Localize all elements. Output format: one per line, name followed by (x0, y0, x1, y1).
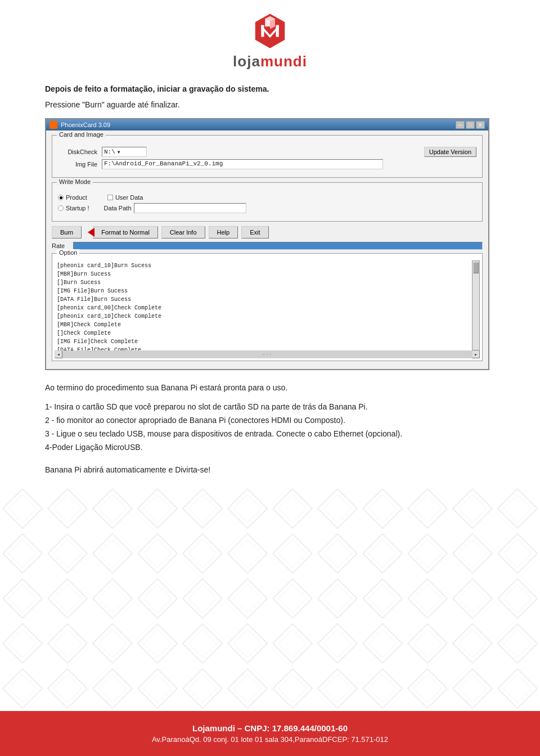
log-scrollbar-thumb[interactable] (473, 262, 479, 273)
logo-container: lojamundi (233, 11, 307, 70)
imgfile-input[interactable]: F:\Android_For_BananaPi_v2_0.img (102, 159, 383, 169)
radio-startup-indicator (58, 205, 64, 211)
dialog-title-text: PhoenixCard 3.09 (61, 122, 110, 128)
footer-line1: Lojamundi – CNPJ: 17.869.444/0001-60 (192, 723, 348, 733)
conclusion-paragraph: Ao termino do procedimento sua Banana Pi… (45, 381, 495, 394)
logo-mundi: mundi (260, 53, 307, 70)
hscroll-track[interactable]: ··· (62, 350, 472, 358)
userdata-label: User Data (115, 194, 143, 201)
radio-product-indicator (58, 195, 64, 200)
rate-row: Rate (52, 242, 483, 250)
radio-startup[interactable]: Startup ! (58, 205, 89, 212)
hscroll-row: ◂ ··· ▸ (55, 350, 480, 358)
data-path-row: Data Path (104, 203, 246, 213)
radio-product-label: Product (66, 194, 87, 201)
disk-arrow-icon: ▼ (118, 150, 120, 155)
logo-text: lojamundi (233, 53, 307, 70)
dialog-controls[interactable]: ─ □ ✕ (456, 121, 485, 129)
option-log[interactable]: [pheonix card_10]Burn Sucess [MBR]Burn S… (55, 260, 480, 350)
imgfile-row: Img File F:\Android_For_BananaPi_v2_0.im… (58, 159, 476, 169)
footer: Lojamundi – CNPJ: 17.869.444/0001-60 Av.… (0, 711, 540, 756)
intro-bold: Depois de feito a formatação, iniciar a … (45, 84, 495, 93)
footer-line2: Av.ParanoáQd. 09 conj. 01 lote 01 sala 3… (152, 735, 388, 744)
diskcheck-label: DiskCheck (58, 148, 97, 155)
logo-icon (250, 11, 290, 51)
disk-select[interactable]: N:\ ▼ (102, 147, 147, 157)
log-scrollbar[interactable] (472, 260, 480, 350)
dialog-titlebar: PhoenixCard 3.09 ─ □ ✕ (46, 119, 488, 130)
card-image-title: Card and Image (57, 131, 106, 138)
dialog-app-icon (50, 121, 57, 129)
diskcheck-row: DiskCheck N:\ ▼ Update Version (58, 147, 476, 157)
format-button[interactable]: Format to Normal (93, 226, 158, 238)
radio-startup-label: Startup ! (66, 205, 89, 212)
radio-product[interactable]: Product (58, 194, 87, 201)
minimize-button[interactable]: ─ (456, 121, 465, 129)
imgfile-label: Img File (58, 161, 97, 168)
background-pattern (0, 486, 540, 711)
option-title: Option (57, 249, 79, 256)
step-4: 4-Poder Ligação MicroUSB. (45, 441, 495, 454)
action-buttons-row: Burn Format to Normal Clear Info Help Ex… (52, 226, 483, 238)
hscroll-right-button[interactable]: ▸ (472, 350, 480, 358)
phoenix-card-dialog: PhoenixCard 3.09 ─ □ ✕ Card and Image Di… (45, 118, 489, 370)
dialog-body: Card and Image DiskCheck N:\ ▼ Update Ve… (46, 130, 488, 369)
exit-button[interactable]: Exit (241, 226, 268, 238)
header: lojamundi (0, 0, 540, 79)
hscroll-left-button[interactable]: ◂ (55, 350, 62, 358)
step-2: 2 - fio monitor ao conector apropriado d… (45, 414, 495, 428)
write-mode-title: Write Mode (57, 178, 93, 185)
clear-info-button[interactable]: Clear Info (161, 226, 205, 238)
update-version-button[interactable]: Update Version (424, 147, 476, 157)
radio-row: Product User Data (58, 194, 476, 201)
close-button[interactable]: ✕ (476, 121, 485, 129)
maximize-button[interactable]: □ (466, 121, 475, 129)
help-button[interactable]: Help (209, 226, 238, 238)
svg-rect-9 (0, 486, 540, 711)
final-paragraph: Banana Pi abrirá automaticamente e Divir… (45, 464, 495, 476)
write-mode-section: Write Mode Product User Data (52, 182, 483, 222)
log-text: [pheonix card_10]Burn Sucess [MBR]Burn S… (57, 262, 472, 350)
startup-row: Startup ! Data Path (58, 203, 476, 213)
data-path-label: Data Path (104, 205, 132, 212)
card-image-section: Card and Image DiskCheck N:\ ▼ Update Ve… (52, 135, 483, 178)
burn-button[interactable]: Burn (52, 226, 82, 238)
intro-normal: Pressione "Burn" aguarde até finalizar. (45, 100, 495, 109)
data-path-input[interactable] (134, 203, 246, 213)
step-3: 3 - Ligue o seu teclado USB, mouse para … (45, 428, 495, 441)
dialog-title-left: PhoenixCard 3.09 (50, 121, 110, 129)
rate-progress-bar (73, 242, 483, 250)
rate-label: Rate (52, 242, 69, 249)
logo-loja: loja (233, 53, 260, 70)
option-section: Option [pheonix card_10]Burn Sucess [MBR… (52, 253, 483, 361)
step-1: 1- Insira o cartão SD que você preparou … (45, 400, 495, 414)
checkbox-userdata[interactable]: User Data (107, 194, 143, 201)
disk-value: N:\ (104, 148, 115, 155)
steps-list: 1- Insira o cartão SD que você preparou … (45, 400, 495, 454)
userdata-checkbox-indicator (107, 195, 113, 200)
